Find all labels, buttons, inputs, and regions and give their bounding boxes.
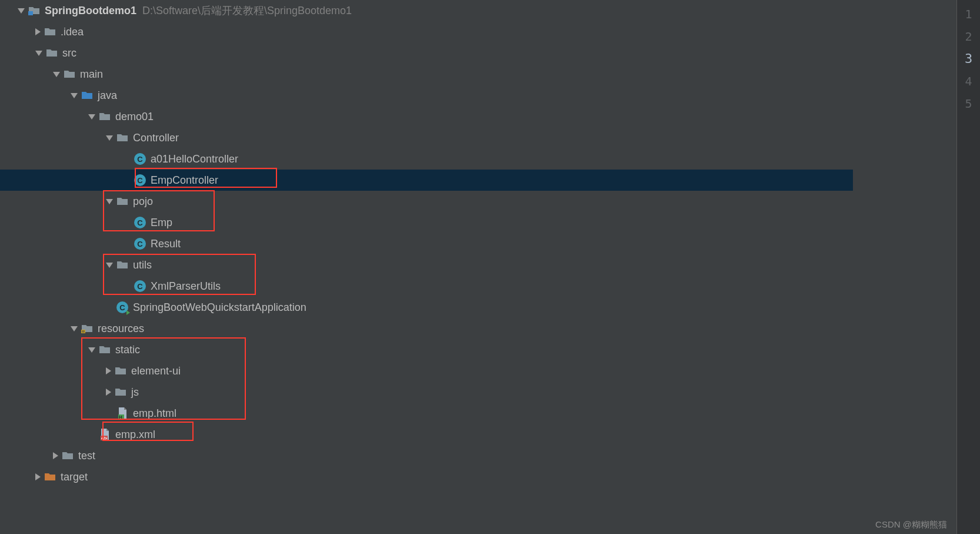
arrow-spacer <box>124 177 131 184</box>
tree-row[interactable]: CResult <box>0 233 853 254</box>
arrow-spacer <box>124 155 131 162</box>
tree-row[interactable]: test <box>0 445 853 466</box>
class-icon: C <box>134 153 146 165</box>
chevron-down-icon[interactable] <box>106 199 113 204</box>
tree-item-label: main <box>80 68 103 81</box>
tree-item-label: .idea <box>61 26 84 38</box>
editor-gutter: 12345 <box>956 0 980 534</box>
gutter-line-number[interactable]: 3 <box>957 48 980 70</box>
tree-item-label: resources <box>98 323 144 335</box>
tree-item-label: Controller <box>133 132 179 144</box>
module-folder-icon <box>28 5 40 16</box>
tree-row[interactable]: java <box>0 85 853 106</box>
tree-item-label: target <box>61 471 88 483</box>
chevron-right-icon[interactable] <box>106 389 111 396</box>
chevron-right-icon[interactable] <box>35 473 41 480</box>
tree-item-label: static <box>115 344 140 356</box>
svg-text:H: H <box>119 414 122 419</box>
tree-row[interactable]: Ca01HelloController <box>0 148 853 170</box>
arrow-spacer <box>106 304 113 311</box>
xml-file-icon: </> <box>99 429 111 440</box>
chevron-right-icon[interactable] <box>106 367 111 374</box>
svg-rect-1 <box>81 330 85 333</box>
tree-item-label: pojo <box>133 195 153 208</box>
resources-folder-icon <box>81 323 93 334</box>
folder-icon <box>115 365 126 377</box>
tree-item-label: emp.xml <box>115 429 155 441</box>
class-icon: C <box>134 280 146 292</box>
gutter-line-number[interactable]: 5 <box>957 92 980 115</box>
tree-row[interactable]: CEmpController <box>0 170 853 191</box>
tree-row[interactable]: CSpringBootWebQuickstartApplication <box>0 297 853 318</box>
chevron-down-icon[interactable] <box>18 8 25 14</box>
tree-item-label: demo01 <box>115 111 154 123</box>
chevron-down-icon[interactable] <box>53 72 60 77</box>
chevron-right-icon[interactable] <box>53 452 58 459</box>
chevron-down-icon[interactable] <box>88 347 95 353</box>
tree-item-label: SpringBootWebQuickstartApplication <box>133 301 306 314</box>
tree-item-label: XmlParserUtils <box>151 280 221 293</box>
gutter-line-number[interactable]: 4 <box>957 70 980 92</box>
project-tree-panel: SpringBootdemo1D:\Software\后端开发教程\Spring… <box>0 0 853 534</box>
tree-item-label: Emp <box>151 217 172 229</box>
folder-icon <box>46 47 58 59</box>
folder-icon <box>62 450 74 462</box>
tree-row[interactable]: static <box>0 339 853 360</box>
class-icon: C <box>134 217 146 228</box>
tree-row[interactable]: main <box>0 64 853 85</box>
tree-row[interactable]: Controller <box>0 127 853 148</box>
chevron-down-icon[interactable] <box>106 135 113 141</box>
tree-item-label: test <box>78 450 95 462</box>
tree-item-label: SpringBootdemo1 <box>45 5 136 17</box>
tree-row[interactable]: .idea <box>0 21 853 42</box>
chevron-down-icon[interactable] <box>71 93 78 98</box>
folder-icon <box>115 386 126 398</box>
chevron-down-icon[interactable] <box>35 51 42 56</box>
tree-row[interactable]: SpringBootdemo1D:\Software\后端开发教程\Spring… <box>0 0 853 21</box>
tree-item-label: Result <box>151 238 181 250</box>
tree-row[interactable]: element-ui <box>0 360 853 382</box>
tree-row[interactable]: Hemp.html <box>0 403 853 424</box>
target-folder-icon <box>44 471 56 483</box>
arrow-spacer <box>124 283 131 290</box>
html-file-icon: H <box>116 407 128 419</box>
arrow-spacer <box>88 431 95 438</box>
class-icon: C <box>134 174 146 186</box>
tree-item-label: utils <box>133 259 152 271</box>
tree-item-label: src <box>62 47 76 59</box>
folder-icon <box>44 26 56 38</box>
folder-icon <box>116 195 128 207</box>
runnable-class-icon: C <box>116 301 128 313</box>
svg-text:</>: </> <box>101 436 107 440</box>
tree-row[interactable]: </>emp.xml <box>0 424 853 445</box>
tree-item-label: emp.html <box>133 407 176 420</box>
tree-row[interactable]: utils <box>0 254 853 276</box>
tree-item-label: EmpController <box>151 174 218 187</box>
tree-row[interactable]: pojo <box>0 191 853 212</box>
tree-row[interactable]: src <box>0 42 853 64</box>
class-icon: C <box>134 238 146 250</box>
tree-row[interactable]: CEmp <box>0 212 853 233</box>
tree-row[interactable]: CXmlParserUtils <box>0 276 853 297</box>
chevron-down-icon[interactable] <box>88 114 95 120</box>
tree-item-label: a01HelloController <box>151 153 238 165</box>
gutter-line-number[interactable]: 2 <box>957 25 980 48</box>
svg-rect-0 <box>28 11 33 15</box>
folder-icon <box>99 344 111 356</box>
source-folder-icon <box>81 89 93 101</box>
folder-icon <box>116 132 128 144</box>
folder-icon <box>99 111 111 122</box>
watermark-text: CSDN @糊糊熊猫 <box>875 519 947 530</box>
tree-row[interactable]: demo01 <box>0 106 853 127</box>
chevron-right-icon[interactable] <box>35 28 41 35</box>
arrow-spacer <box>124 219 131 226</box>
tree-row[interactable]: target <box>0 466 853 487</box>
tree-item-label: js <box>131 386 139 399</box>
chevron-down-icon[interactable] <box>106 263 113 268</box>
arrow-spacer <box>106 410 113 417</box>
tree-row[interactable]: resources <box>0 318 853 339</box>
gutter-line-number[interactable]: 1 <box>957 3 980 25</box>
folder-icon <box>64 68 75 80</box>
chevron-down-icon[interactable] <box>71 326 78 331</box>
tree-row[interactable]: js <box>0 382 853 403</box>
